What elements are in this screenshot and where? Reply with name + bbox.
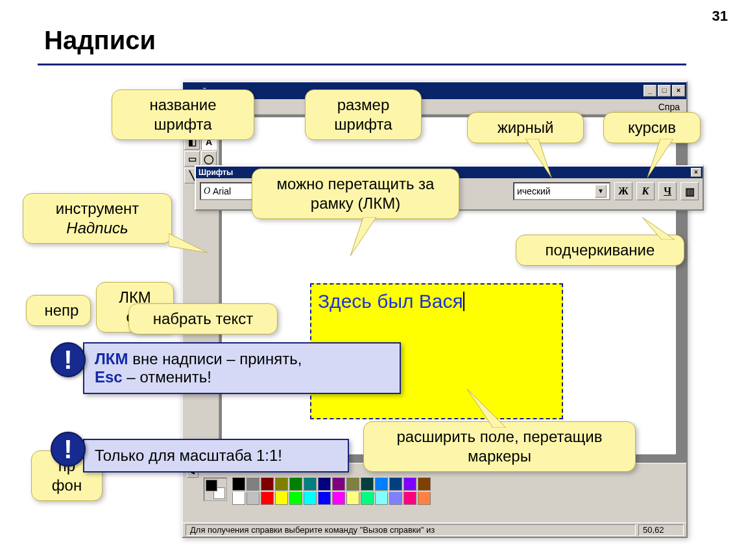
svg-marker-1 <box>647 139 673 178</box>
status-text: Для получения справки выберите команду "… <box>186 524 636 536</box>
chevron-down-icon[interactable]: ▼ <box>595 185 607 198</box>
callout-nep-fragment: непр <box>26 295 91 326</box>
bold-button[interactable]: Ж <box>614 182 632 200</box>
callout-pointer-icon <box>467 389 506 428</box>
palette-swatch[interactable] <box>232 492 245 505</box>
palette-swatch[interactable] <box>418 478 431 491</box>
callout-pointer-icon <box>525 139 551 178</box>
font-name-value: Arial <box>213 186 231 196</box>
callout-type-text: набрать текст <box>128 303 278 334</box>
window-titlebar: нный - _ □ × <box>183 82 686 99</box>
callout-drag-frame: можно перетащить за рамку (ЛКМ) <box>252 169 459 219</box>
color-palette <box>232 478 431 505</box>
callout-font-name: название шрифта <box>112 89 254 140</box>
info-scale-only: Только для масштаба 1:1! <box>83 439 349 472</box>
palette-swatch[interactable] <box>375 492 388 505</box>
callout-pointer-icon <box>169 233 208 253</box>
callout-pointer-icon <box>623 217 675 240</box>
palette-swatch[interactable] <box>346 478 359 491</box>
palette-swatch[interactable] <box>289 478 302 491</box>
palette-swatch[interactable] <box>375 478 388 491</box>
page-number: 31 <box>712 8 728 25</box>
callout-pointer-icon <box>350 217 383 256</box>
palette-swatch[interactable] <box>403 478 416 491</box>
italic-button[interactable]: К <box>636 182 655 200</box>
palette-swatch[interactable] <box>361 478 374 491</box>
font-style-select[interactable]: ический ▼ <box>513 182 610 200</box>
font-toolbar-close-button[interactable]: × <box>691 168 701 177</box>
statusbar: Для получения справки выберите команду "… <box>183 522 686 537</box>
warning-badge-icon: ! <box>51 432 86 467</box>
svg-marker-0 <box>525 139 551 178</box>
palette-swatch[interactable] <box>247 492 259 505</box>
font-extra-button[interactable]: ▥ <box>680 182 699 200</box>
fg-color <box>206 480 217 491</box>
palette-swatch[interactable] <box>304 478 317 491</box>
svg-marker-5 <box>467 389 506 428</box>
callout-expand-field: расширить поле, перетащив маркеры <box>363 421 636 472</box>
palette-swatch[interactable] <box>275 478 288 491</box>
palette-swatch[interactable] <box>318 492 331 505</box>
palette-swatch[interactable] <box>318 478 331 491</box>
callout-pointer-icon <box>647 139 673 178</box>
svg-marker-4 <box>169 233 208 253</box>
info-accept-cancel: ЛКМ вне надписи – принять, Esc – отменит… <box>83 342 401 394</box>
palette-swatch[interactable] <box>232 478 245 491</box>
callout-text-tool: инструментНадпись <box>23 193 172 244</box>
palette-swatch[interactable] <box>403 492 416 505</box>
tool-ellipse[interactable]: ◯ <box>201 151 217 167</box>
font-style-value: ический <box>517 186 551 196</box>
palette-swatch[interactable] <box>389 492 402 505</box>
tool-rect[interactable]: ▭ <box>184 151 200 167</box>
palette-swatch[interactable] <box>332 492 345 505</box>
svg-marker-2 <box>642 217 675 240</box>
status-coords: 50,62 <box>638 524 684 536</box>
palette-swatch[interactable] <box>261 492 274 505</box>
callout-font-size: размер шрифта <box>305 89 422 140</box>
palette-swatch[interactable] <box>247 478 259 491</box>
underline-button[interactable]: Ч <box>658 182 677 200</box>
title-rule <box>38 64 686 65</box>
menu-item-help-frag[interactable]: Спра <box>658 102 680 112</box>
palette-swatch[interactable] <box>275 492 288 505</box>
palette-swatch[interactable] <box>289 492 302 505</box>
palette-swatch[interactable] <box>261 478 274 491</box>
palette-swatch[interactable] <box>304 492 317 505</box>
palette-swatch[interactable] <box>361 492 374 505</box>
text-cursor-icon <box>463 292 464 311</box>
text-box-content: Здесь был Вася <box>318 290 463 312</box>
slide-title: Надписи <box>44 26 156 55</box>
maximize-button[interactable]: □ <box>658 85 671 97</box>
fg-bg-indicator[interactable] <box>204 478 227 501</box>
palette-swatch[interactable] <box>346 492 359 505</box>
palette-swatch[interactable] <box>332 478 345 491</box>
font-toolbar-title-text: Шрифты <box>199 168 233 177</box>
warning-badge-icon: ! <box>51 342 86 377</box>
minimize-button[interactable]: _ <box>644 85 656 97</box>
palette-swatch[interactable] <box>389 478 402 491</box>
svg-marker-3 <box>350 217 376 256</box>
palette-swatch[interactable] <box>418 492 431 505</box>
close-button[interactable]: × <box>672 85 685 97</box>
